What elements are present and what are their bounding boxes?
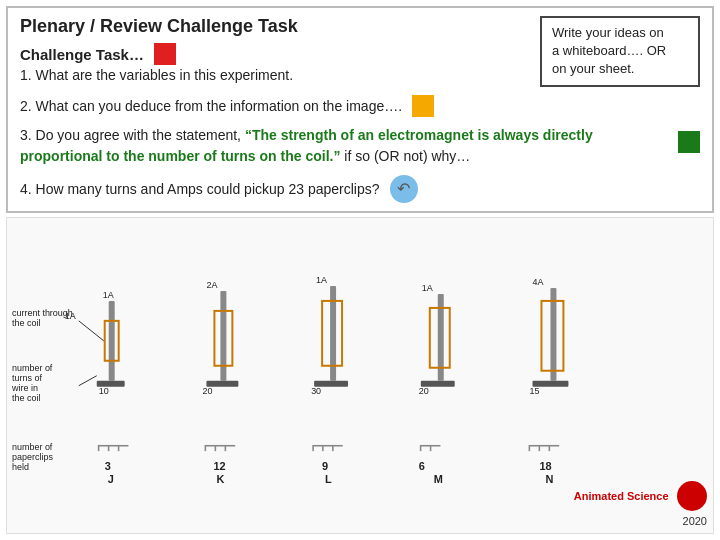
svg-text:20: 20 bbox=[202, 385, 212, 395]
svg-text:current through: current through bbox=[12, 307, 73, 317]
svg-text:4A: 4A bbox=[533, 277, 544, 287]
svg-text:paperclips: paperclips bbox=[12, 452, 53, 462]
brand-name: Animated Science bbox=[574, 490, 669, 502]
red-square-icon bbox=[154, 43, 176, 65]
challenge-line: Challenge Task… bbox=[20, 43, 530, 65]
svg-text:18: 18 bbox=[539, 460, 551, 472]
question-3: 3. Do you agree with the statement, “The… bbox=[20, 125, 672, 167]
svg-text:the coil: the coil bbox=[12, 392, 40, 402]
svg-text:held: held bbox=[12, 462, 29, 472]
svg-text:⌐: ⌐ bbox=[331, 433, 344, 458]
svg-text:number of: number of bbox=[12, 362, 53, 372]
question-4-row: 4. How many turns and Amps could pickup … bbox=[20, 175, 700, 203]
whiteboard-line1: Write your ideas on bbox=[552, 25, 664, 40]
orange-square-icon bbox=[412, 95, 434, 117]
svg-text:turns of: turns of bbox=[12, 372, 42, 382]
animated-science-brand: Animated Science 2020 bbox=[574, 481, 707, 529]
svg-text:6: 6 bbox=[419, 460, 425, 472]
svg-line-58 bbox=[79, 320, 104, 340]
svg-text:⌐: ⌐ bbox=[547, 433, 560, 458]
svg-text:K: K bbox=[216, 473, 224, 485]
whiteboard-line3: on your sheet. bbox=[552, 61, 634, 76]
svg-text:9: 9 bbox=[322, 460, 328, 472]
svg-rect-19 bbox=[220, 291, 226, 381]
q3-end: if so (OR not) why… bbox=[340, 148, 470, 164]
svg-text:1A: 1A bbox=[103, 290, 114, 300]
question-2: 2. What can you deduce from the informat… bbox=[20, 98, 402, 114]
svg-text:2A: 2A bbox=[206, 280, 217, 290]
whiteboard-line2: a whiteboard…. OR bbox=[552, 43, 666, 58]
svg-text:M: M bbox=[434, 473, 443, 485]
svg-text:1A: 1A bbox=[316, 275, 327, 285]
svg-text:10: 10 bbox=[99, 385, 109, 395]
page-title: Plenary / Review Challenge Task bbox=[20, 16, 530, 37]
question-2-row: 2. What can you deduce from the informat… bbox=[20, 95, 700, 117]
brand-logo bbox=[677, 481, 707, 511]
svg-text:J: J bbox=[108, 473, 114, 485]
svg-text:number of: number of bbox=[12, 442, 53, 452]
question-3-row: 3. Do you agree with the statement, “The… bbox=[20, 117, 700, 167]
svg-text:⌐: ⌐ bbox=[117, 433, 130, 458]
question-4: 4. How many turns and Amps could pickup … bbox=[20, 181, 380, 197]
title-row: Plenary / Review Challenge Task Challeng… bbox=[20, 16, 700, 87]
brand-year: 2020 bbox=[683, 515, 707, 527]
svg-text:⌐: ⌐ bbox=[223, 433, 236, 458]
svg-text:L: L bbox=[325, 473, 332, 485]
svg-text:15: 15 bbox=[530, 385, 540, 395]
svg-text:30: 30 bbox=[311, 385, 321, 395]
svg-text:1A: 1A bbox=[422, 283, 433, 293]
left-content: Plenary / Review Challenge Task Challeng… bbox=[20, 16, 530, 83]
main-container: Plenary / Review Challenge Task Challeng… bbox=[0, 0, 720, 540]
svg-text:20: 20 bbox=[419, 385, 429, 395]
back-arrow-icon[interactable]: ↶ bbox=[390, 175, 418, 203]
svg-rect-9 bbox=[109, 300, 115, 380]
svg-text:N: N bbox=[545, 473, 553, 485]
q3-start: 3. Do you agree with the statement, bbox=[20, 127, 245, 143]
svg-line-60 bbox=[79, 375, 97, 385]
question-1: 1. What are the variables in this experi… bbox=[20, 67, 530, 83]
whiteboard-box: Write your ideas on a whiteboard…. OR on… bbox=[540, 16, 700, 87]
challenge-label: Challenge Task… bbox=[20, 46, 144, 63]
svg-text:1A: 1A bbox=[65, 310, 76, 320]
svg-text:wire in: wire in bbox=[11, 382, 38, 392]
svg-text:the coil: the coil bbox=[12, 317, 40, 327]
svg-text:3: 3 bbox=[105, 460, 111, 472]
top-section: Plenary / Review Challenge Task Challeng… bbox=[6, 6, 714, 213]
svg-text:⌐: ⌐ bbox=[429, 433, 442, 458]
green-square-icon bbox=[678, 131, 700, 153]
bottom-section: current through the coil number of turns… bbox=[6, 217, 714, 534]
svg-text:12: 12 bbox=[213, 460, 225, 472]
